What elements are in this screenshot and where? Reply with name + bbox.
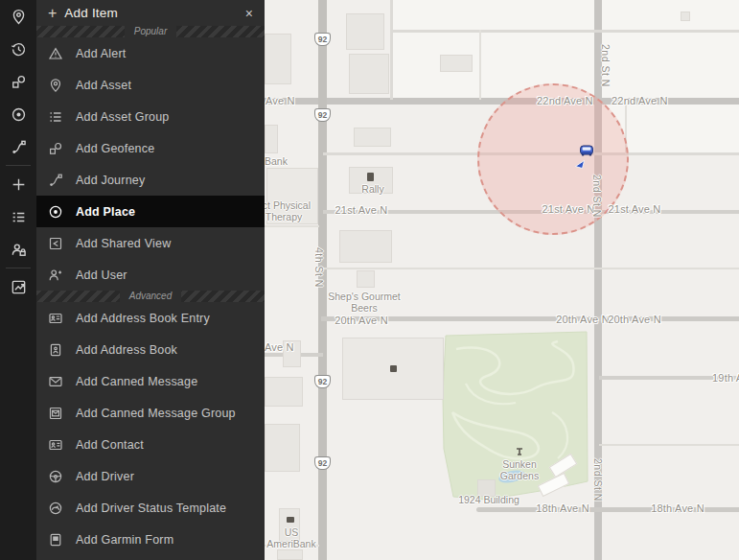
street-label: 20th Ave N	[608, 314, 661, 325]
menu-item-label: Add Driver Status Template	[76, 502, 226, 515]
target-icon	[48, 204, 63, 220]
menu-item-label: Add Place	[76, 205, 135, 219]
street-label-vertical: 2nd St N	[592, 458, 604, 502]
road-minor	[479, 30, 481, 100]
close-icon[interactable]: ×	[245, 7, 253, 20]
steering-wheel-icon	[48, 469, 63, 484]
street-label-vertical: 4th St N	[313, 247, 325, 288]
menu-item-add-place[interactable]: Add Place	[36, 196, 265, 227]
menu-item-label: Add Driver	[76, 470, 134, 483]
shared-view-icon	[48, 236, 63, 251]
menu-item-add-garmin-form[interactable]: Add Garmin Form	[36, 524, 265, 555]
poi-label-physical-therapy: ect Physical Therapy	[265, 200, 316, 222]
building	[681, 12, 690, 21]
street-label: 22nd Ave N	[537, 95, 590, 106]
menu-item-add-user[interactable]: Add User	[36, 259, 265, 291]
building	[277, 549, 303, 560]
add-plus-icon[interactable]	[0, 168, 36, 200]
alert-triangle-icon	[48, 46, 63, 61]
menu-item-add-driver-status-template[interactable]: Add Driver Status Template	[36, 492, 265, 524]
building	[357, 270, 375, 288]
building	[349, 54, 389, 94]
building	[265, 125, 278, 153]
map-canvas[interactable]: Ave N 22nd Ave N 22nd Ave N 21st Ave N 2…	[265, 0, 739, 560]
poi-icon	[390, 365, 397, 372]
menu-item-label: Add Asset	[76, 79, 131, 92]
street-label: 19th Ave N	[712, 372, 739, 384]
menu-item-add-shared-view[interactable]: Add Shared View	[36, 227, 265, 259]
poi-label-bank: Bank	[265, 156, 293, 168]
insights-chart-icon[interactable]	[0, 270, 36, 303]
fountain-icon	[515, 446, 524, 457]
menu-item-add-journey[interactable]: Add Journey	[36, 164, 265, 196]
user-plus-icon	[48, 268, 63, 283]
menu-item-label: Add User	[76, 268, 127, 282]
menu-item-label: Add Journey	[76, 174, 145, 187]
users-admin-icon[interactable]	[0, 233, 36, 266]
envelope-group-icon	[48, 406, 63, 421]
menu-item-add-address-book-entry[interactable]: Add Address Book Entry	[36, 302, 265, 334]
road-minor	[390, 0, 393, 100]
street-label: 18th Ave N	[651, 502, 704, 514]
tasks-list-icon[interactable]	[0, 200, 36, 233]
rail-divider	[6, 268, 31, 268]
building	[265, 34, 291, 84]
menu-item-add-geofence[interactable]: Add Geofence	[36, 132, 265, 164]
menu-item-label: Add Canned Message Group	[76, 407, 236, 420]
live-map-target-icon[interactable]	[0, 98, 36, 130]
journeys-route-icon[interactable]	[0, 130, 36, 163]
rail-divider	[6, 165, 31, 166]
menu-item-label: Add Canned Message	[76, 375, 197, 388]
route-icon	[48, 173, 63, 188]
street-label: Ave N	[266, 95, 294, 106]
menu-item-label: Add Shared View	[76, 237, 171, 250]
id-card-icon	[48, 311, 63, 326]
building-sheps	[339, 230, 392, 263]
menu-item-label: Add Geofence	[76, 142, 154, 155]
geofence-icon[interactable]	[0, 65, 36, 98]
address-book-icon	[48, 342, 63, 358]
history-clock-icon[interactable]	[0, 33, 36, 65]
poi-label-us-ameribank: US AmeriBank	[265, 527, 322, 549]
section-label: Popular	[125, 26, 176, 37]
menu-item-add-canned-message[interactable]: Add Canned Message	[36, 365, 265, 397]
section-divider-advanced: Advanced	[36, 291, 265, 302]
map-pin-icon	[48, 78, 63, 93]
contact-card-icon	[48, 437, 63, 453]
building	[440, 55, 473, 72]
places-pin-icon[interactable]	[0, 0, 36, 33]
menu-item-label: Add Address Book Entry	[76, 312, 210, 325]
road-minor	[265, 225, 319, 227]
list-icon	[48, 109, 63, 125]
plus-icon: +	[48, 6, 57, 21]
road-minor	[392, 30, 739, 33]
envelope-icon	[48, 374, 63, 389]
fuel-station-icon	[367, 173, 374, 181]
menu-item-add-asset-group[interactable]: Add Asset Group	[36, 101, 265, 132]
menu-item-add-canned-message-group[interactable]: Add Canned Message Group	[36, 397, 265, 429]
vehicle-heading-pointer	[575, 158, 586, 169]
us-92-shield: 92	[314, 456, 331, 470]
device-form-icon	[48, 532, 63, 548]
icon-rail	[0, 0, 36, 560]
vehicle-marker[interactable]	[579, 143, 594, 157]
poi-label-sunken-gardens: Sunken Gardens	[484, 459, 555, 481]
menu-item-add-alert[interactable]: Add Alert	[36, 37, 265, 69]
menu-item-add-address-book[interactable]: Add Address Book	[36, 334, 265, 365]
road-minor	[599, 444, 739, 446]
street-label: 21st Ave N	[542, 203, 595, 215]
menu-item-add-driver[interactable]: Add Driver	[36, 460, 265, 492]
street-label-vertical: 2nd St N	[591, 175, 603, 218]
menu-item-label: Add Garmin Form	[76, 533, 173, 547]
street-label: 21st Ave N	[335, 204, 388, 216]
menu-item-label: Add Asset Group	[76, 110, 170, 124]
street-label: 18th Ave N	[536, 502, 589, 514]
menu-item-add-contact[interactable]: Add Contact	[36, 429, 265, 460]
panel-title: Add Item	[64, 6, 118, 20]
street-label: 21st Ave N	[608, 203, 661, 215]
poi-label-rally: Rally	[356, 184, 390, 196]
geofence-icon	[48, 141, 63, 156]
menu-item-add-asset[interactable]: Add Asset	[36, 69, 265, 101]
road-minor	[323, 268, 739, 269]
section-label: Advanced	[120, 291, 181, 302]
